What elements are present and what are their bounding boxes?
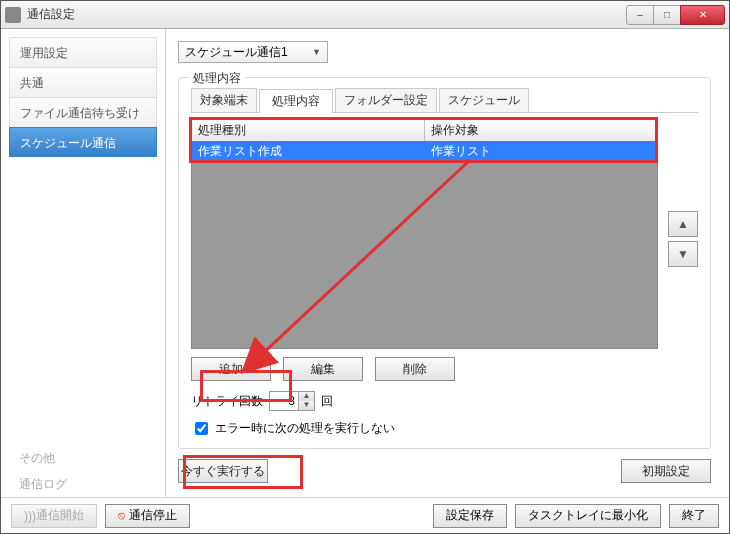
sidebar-item-label: 共通 (20, 76, 44, 90)
process-group: 処理内容 対象端末 処理内容 フォルダー設定 スケジュール 処理種別 操作対象 … (178, 77, 711, 449)
tab-label: 対象端末 (200, 93, 248, 107)
footer-bar: ))) 通信開始 ⦸通信停止 設定保存 タスクトレイに最小化 終了 (1, 497, 729, 533)
retry-count-spinner[interactable]: 3 ▲ ▼ (269, 391, 315, 411)
minimize-button[interactable]: – (626, 5, 654, 25)
button-label: 通信開始 (36, 507, 84, 524)
sidebar: 運用設定 共通 ファイル通信待ち受け スケジュール通信 その他 通信ログ (1, 29, 166, 497)
stop-icon: ⦸ (118, 509, 125, 522)
move-up-button[interactable]: ▲ (668, 211, 698, 237)
sidebar-item-label: 運用設定 (20, 46, 68, 60)
add-button[interactable]: 追加 (191, 357, 271, 381)
reset-button[interactable]: 初期設定 (621, 459, 711, 483)
button-label: 終了 (682, 507, 706, 524)
tab-folder-settings[interactable]: フォルダー設定 (335, 88, 437, 112)
button-label: 編集 (311, 361, 335, 378)
sidebar-item-file-wait[interactable]: ファイル通信待ち受け (9, 97, 157, 127)
app-icon (5, 7, 21, 23)
window-title: 通信設定 (27, 6, 627, 23)
move-down-button[interactable]: ▼ (668, 241, 698, 267)
close-button[interactable]: ✕ (680, 5, 725, 25)
execute-now-button[interactable]: 今すぐ実行する (178, 459, 268, 483)
tab-target-terminal[interactable]: 対象端末 (191, 88, 257, 112)
button-label: タスクトレイに最小化 (528, 507, 648, 524)
content-pane: スケジュール通信1 ▼ 処理内容 対象端末 処理内容 フォルダー設定 スケジュー… (166, 29, 729, 497)
button-label: 設定保存 (446, 507, 494, 524)
col-process-type[interactable]: 処理種別 (192, 120, 425, 141)
sidebar-item-label: スケジュール通信 (20, 136, 116, 150)
sidebar-item-common[interactable]: 共通 (9, 67, 157, 97)
stop-on-error-label: エラー時に次の処理を実行しない (215, 420, 395, 437)
edit-button[interactable]: 編集 (283, 357, 363, 381)
schedule-select-value: スケジュール通信1 (185, 44, 288, 61)
delete-button[interactable]: 削除 (375, 357, 455, 381)
sidebar-item-label: 通信ログ (19, 477, 67, 491)
start-comm-button[interactable]: ))) 通信開始 (11, 504, 97, 528)
sidebar-item-label: ファイル通信待ち受け (20, 106, 140, 120)
maximize-button[interactable]: □ (653, 5, 681, 25)
button-label: 追加 (219, 361, 243, 378)
retry-unit: 回 (321, 393, 333, 410)
exit-button[interactable]: 終了 (669, 504, 719, 528)
retry-label: リトライ回数 (191, 393, 263, 410)
button-label: 削除 (403, 361, 427, 378)
tab-label: スケジュール (448, 93, 520, 107)
cell-process-type: 作業リスト作成 (192, 141, 425, 162)
tab-label: 処理内容 (272, 94, 320, 108)
tab-schedule[interactable]: スケジュール (439, 88, 529, 112)
group-title: 処理内容 (189, 70, 245, 87)
title-bar: 通信設定 – □ ✕ (1, 1, 729, 29)
col-target[interactable]: 操作対象 (425, 120, 658, 141)
button-label: 今すぐ実行する (181, 463, 265, 480)
sidebar-item-other[interactable]: その他 (9, 445, 157, 471)
minimize-to-tray-button[interactable]: タスクトレイに最小化 (515, 504, 661, 528)
button-label: 初期設定 (642, 463, 690, 480)
tabs: 対象端末 処理内容 フォルダー設定 スケジュール (191, 88, 698, 113)
sidebar-item-operation[interactable]: 運用設定 (9, 37, 157, 67)
stop-comm-button[interactable]: ⦸通信停止 (105, 504, 190, 528)
sidebar-item-label: その他 (19, 451, 55, 465)
button-label: 通信停止 (129, 507, 177, 524)
process-table[interactable]: 処理種別 操作対象 作業リスト作成 作業リスト (191, 119, 658, 349)
table-row[interactable]: 作業リスト作成 作業リスト (192, 141, 657, 162)
schedule-select[interactable]: スケジュール通信1 ▼ (178, 41, 328, 63)
tab-label: フォルダー設定 (344, 93, 428, 107)
save-settings-button[interactable]: 設定保存 (433, 504, 507, 528)
cell-target: 作業リスト (425, 141, 658, 162)
spinner-down-icon[interactable]: ▼ (298, 401, 314, 410)
retry-value: 3 (270, 394, 298, 408)
sidebar-item-commlog[interactable]: 通信ログ (9, 471, 157, 497)
chevron-down-icon: ▼ (312, 47, 321, 57)
sidebar-item-schedule[interactable]: スケジュール通信 (9, 127, 157, 157)
tab-process-content[interactable]: 処理内容 (259, 89, 333, 113)
stop-on-error-checkbox[interactable] (195, 422, 208, 435)
